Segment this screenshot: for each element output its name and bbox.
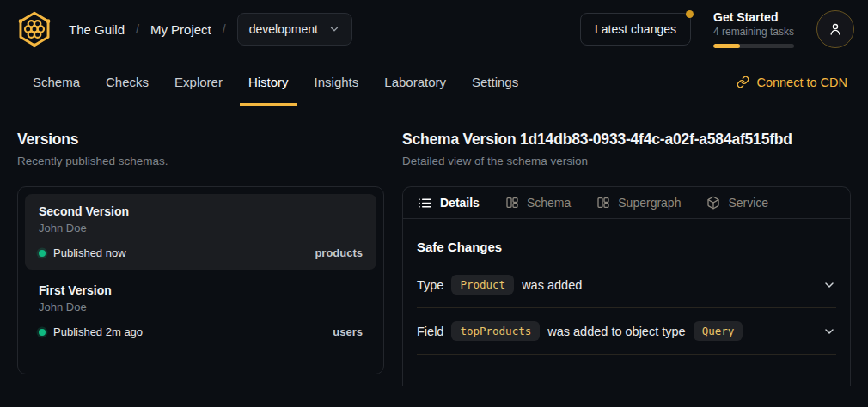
avatar[interactable]: [816, 10, 854, 48]
detail-tabs: Details Schema Supergraph Service: [403, 187, 850, 219]
version-status-row: Published 2m ago users: [39, 325, 363, 338]
version-name: First Version: [39, 283, 363, 297]
detail-tab-label: Supergraph: [618, 196, 681, 210]
main-content: Versions Recently published schemas. Sec…: [0, 106, 868, 386]
change-text: was added: [522, 278, 582, 292]
detail-tab-schema[interactable]: Schema: [505, 196, 571, 210]
org-name[interactable]: The Guild: [69, 22, 125, 37]
version-name: Second Version: [39, 204, 363, 218]
cube-icon: [706, 196, 720, 210]
link-icon: [737, 76, 749, 88]
version-detail-panel: Schema Version 1d14db83-0933-4f4c-a02f-a…: [402, 131, 851, 386]
nav-tab-schema[interactable]: Schema: [24, 58, 89, 106]
detail-tab-label: Details: [440, 196, 480, 210]
user-icon: [828, 21, 843, 37]
latest-changes-button[interactable]: Latest changes: [580, 13, 691, 46]
nav-tab-insights[interactable]: Insights: [306, 58, 368, 106]
project-name[interactable]: My Project: [150, 22, 211, 37]
schema-version-subtitle: Detailed view of the schema version: [402, 155, 851, 167]
get-started-progressbar: [713, 44, 794, 48]
version-status-row: Published now products: [39, 246, 363, 259]
changes-list: TypeProductwas added FieldtopProductswas…: [417, 262, 836, 355]
service-name: products: [315, 246, 363, 259]
app-header: The Guild / My Project / development Lat…: [0, 0, 868, 58]
versions-list: Second Version John Doe Published now pr…: [17, 186, 384, 374]
versions-panel: Versions Recently published schemas. Sec…: [17, 131, 384, 386]
version-detail-card: Details Schema Supergraph Service Safe C…: [402, 186, 851, 386]
chevron-down-icon[interactable]: [822, 325, 836, 338]
get-started-title: Get Started: [713, 10, 794, 24]
code-badge: Product: [451, 275, 514, 295]
safe-changes-heading: Safe Changes: [417, 240, 836, 254]
detail-tab-label: Schema: [527, 196, 571, 210]
notification-dot: [686, 10, 694, 18]
nav-tab-laboratory[interactable]: Laboratory: [376, 58, 455, 106]
list-icon: [418, 196, 432, 210]
header-actions: Latest changes Get Started 4 remaining t…: [580, 10, 854, 48]
columns-icon: [505, 196, 519, 210]
code-badge: Query: [694, 321, 743, 341]
published-status-dot: [39, 329, 46, 336]
columns-icon: [596, 196, 610, 210]
detail-body: Safe Changes TypeProductwas added Fieldt…: [403, 219, 850, 368]
detail-tab-label: Service: [728, 196, 768, 210]
environment-select[interactable]: development: [237, 13, 352, 46]
detail-tab-service[interactable]: Service: [706, 196, 768, 210]
main-nav: SchemaChecksExplorerHistoryInsightsLabor…: [0, 58, 868, 106]
schema-version-title: Schema Version 1d14db83-0933-4f4c-a02f-a…: [402, 131, 851, 149]
published-status-dot: [39, 250, 46, 257]
nav-tab-checks[interactable]: Checks: [97, 58, 157, 106]
change-text: was added to object type: [547, 325, 685, 338]
environment-select-value: development: [249, 22, 318, 36]
version-status: Published 2m ago: [53, 325, 143, 338]
get-started-subtitle: 4 remaining tasks: [713, 26, 794, 38]
breadcrumb-separator: /: [136, 22, 139, 36]
change-row[interactable]: FieldtopProductswas added to object type…: [417, 308, 836, 355]
version-item-second-version[interactable]: Second Version John Doe Published now pr…: [25, 194, 376, 270]
detail-tab-details[interactable]: Details: [418, 196, 480, 210]
breadcrumb-separator: /: [223, 22, 226, 36]
version-author: John Doe: [39, 222, 363, 234]
connect-cdn-label: Connect to CDN: [756, 76, 847, 89]
versions-subtitle: Recently published schemas.: [17, 155, 384, 167]
version-status: Published now: [53, 246, 126, 259]
version-author: John Doe: [39, 301, 363, 313]
change-text: Type: [417, 278, 443, 292]
chevron-down-icon[interactable]: [822, 278, 836, 292]
get-started-widget[interactable]: Get Started 4 remaining tasks: [713, 10, 794, 48]
chevron-down-icon: [328, 23, 340, 35]
nav-tab-history[interactable]: History: [240, 58, 297, 106]
latest-changes-label: Latest changes: [595, 22, 676, 36]
get-started-progress-fill: [713, 44, 740, 48]
nav-tab-explorer[interactable]: Explorer: [166, 58, 231, 106]
change-text: Field: [417, 325, 443, 338]
version-item-first-version[interactable]: First Version John Doe Published 2m ago …: [25, 273, 376, 349]
service-name: users: [333, 325, 363, 338]
detail-tab-supergraph[interactable]: Supergraph: [596, 196, 681, 210]
nav-tabs: SchemaChecksExplorerHistoryInsightsLabor…: [24, 58, 527, 106]
change-row[interactable]: TypeProductwas added: [417, 262, 836, 308]
guild-logo-icon[interactable]: [15, 10, 53, 48]
connect-cdn-link[interactable]: Connect to CDN: [737, 58, 847, 106]
breadcrumb: The Guild / My Project / development: [15, 10, 352, 48]
versions-title: Versions: [17, 131, 384, 149]
nav-tab-settings[interactable]: Settings: [463, 58, 527, 106]
code-badge: topProducts: [451, 321, 540, 341]
